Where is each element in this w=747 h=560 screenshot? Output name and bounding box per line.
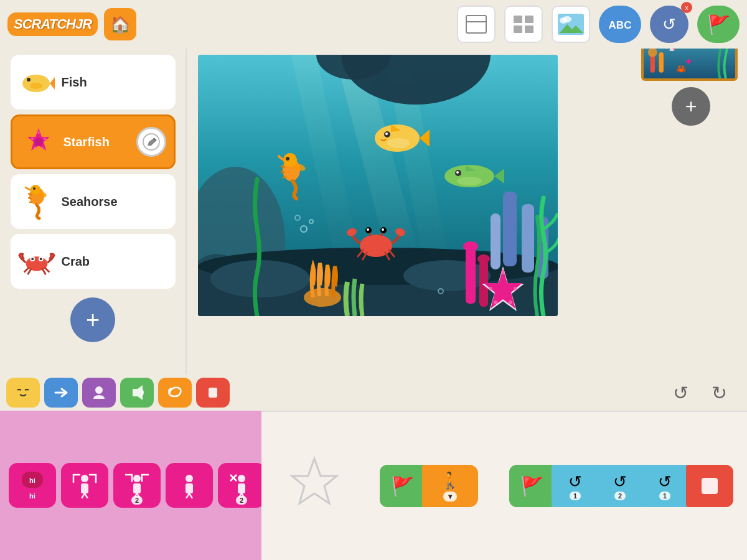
- grid-button[interactable]: [504, 6, 543, 43]
- svg-point-28: [34, 138, 43, 146]
- svg-line-46: [27, 269, 31, 275]
- bottom-undo-redo-bar: ↺ ↻: [261, 375, 747, 411]
- sprite-item-crab[interactable]: Crab: [11, 234, 176, 289]
- scratch-logo[interactable]: SCRATCHJR: [7, 12, 98, 36]
- flag1-icon: 🚩: [391, 475, 414, 497]
- svg-rect-66: [466, 248, 476, 304]
- svg-point-102: [514, 287, 517, 291]
- undo-icon: ↺: [662, 15, 676, 34]
- svg-point-79: [387, 138, 410, 148]
- svg-rect-125: [186, 483, 193, 493]
- rotate3-icon: ↺: [658, 472, 672, 492]
- flag-button[interactable]: 🚩: [697, 6, 740, 43]
- undo-button[interactable]: ↺ x: [650, 6, 688, 43]
- category-motion[interactable]: [44, 378, 78, 408]
- block-shrink[interactable]: 2: [113, 463, 161, 508]
- add-sprite-button[interactable]: +: [70, 297, 115, 342]
- svg-point-86: [360, 235, 392, 257]
- starfish-icon: [20, 123, 57, 161]
- svg-text:ABC: ABC: [609, 19, 632, 31]
- script-block-rotate3[interactable]: ↺ 1: [641, 465, 688, 507]
- svg-rect-129: [238, 483, 245, 493]
- walk-sub-label: ▾: [443, 492, 457, 502]
- svg-rect-4: [514, 26, 522, 33]
- svg-point-85: [457, 177, 482, 185]
- svg-rect-146: [552, 480, 559, 492]
- walk1-icon: 🚶: [440, 471, 460, 490]
- script-block-walk1[interactable]: 🚶 ▾: [422, 465, 478, 507]
- svg-point-43: [31, 258, 34, 260]
- svg-rect-155: [686, 480, 693, 492]
- svg-rect-152: [641, 480, 649, 492]
- svg-point-105: [489, 287, 492, 291]
- svg-point-101: [501, 271, 505, 274]
- script-redo-button[interactable]: ↻: [703, 379, 735, 406]
- svg-point-124: [186, 475, 193, 482]
- category-control[interactable]: [158, 378, 192, 408]
- stage-canvas[interactable]: [198, 55, 558, 316]
- script-block-end1[interactable]: [686, 465, 733, 507]
- svg-line-118: [82, 493, 85, 498]
- add-scene-button[interactable]: +: [672, 87, 710, 126]
- block-grow[interactable]: [61, 463, 108, 508]
- svg-marker-24: [50, 77, 55, 90]
- svg-rect-18: [659, 52, 664, 73]
- blocks-palette: hi hi 2: [0, 411, 261, 560]
- svg-point-128: [238, 475, 245, 482]
- svg-point-8: [563, 16, 571, 22]
- rotate2-icon: ↺: [613, 472, 627, 492]
- script-block-rotate1[interactable]: ↺ 1: [552, 465, 599, 507]
- svg-rect-2: [514, 16, 522, 23]
- layout-button[interactable]: [457, 6, 496, 43]
- sprite-item-starfish[interactable]: Starfish: [11, 114, 176, 169]
- svg-point-38: [33, 187, 35, 190]
- svg-point-71: [283, 153, 297, 167]
- abc-button[interactable]: ABC: [599, 6, 641, 43]
- svg-rect-142: [422, 480, 430, 492]
- top-bar: SCRATCHJR 🏠: [0, 0, 747, 49]
- sprite-item-fish[interactable]: Fish: [11, 55, 176, 110]
- shrink-badge: 2: [131, 496, 143, 505]
- svg-rect-149: [596, 480, 604, 492]
- category-looks[interactable]: [82, 378, 116, 408]
- scene-button[interactable]: [552, 6, 590, 43]
- edit-starfish-button[interactable]: [136, 127, 166, 157]
- category-trigger[interactable]: [6, 378, 40, 408]
- svg-line-127: [189, 493, 192, 498]
- svg-point-25: [27, 78, 31, 82]
- svg-point-120: [133, 475, 141, 482]
- sprite-item-seahorse[interactable]: Seahorse: [11, 174, 176, 229]
- script-block-flag1[interactable]: 🚩: [380, 465, 425, 507]
- svg-rect-156: [702, 478, 718, 494]
- svg-point-83: [456, 171, 459, 174]
- hide-badge: 2: [236, 496, 247, 505]
- svg-point-26: [30, 83, 42, 89]
- block-say-hi[interactable]: hi hi: [9, 463, 56, 508]
- category-sound[interactable]: [120, 378, 154, 408]
- home-button[interactable]: 🏠: [104, 8, 136, 40]
- svg-rect-5: [525, 26, 533, 33]
- block-show[interactable]: [166, 463, 213, 508]
- crab-icon: [18, 243, 55, 280]
- starfish-name: Starfish: [63, 135, 130, 149]
- svg-rect-113: [209, 388, 217, 398]
- svg-rect-110: [15, 386, 31, 399]
- svg-point-37: [31, 185, 40, 195]
- svg-point-29: [37, 131, 40, 134]
- add-scene-icon: +: [685, 96, 697, 116]
- script-block-flag2[interactable]: 🚩: [509, 465, 554, 507]
- svg-point-103: [509, 301, 512, 304]
- svg-rect-0: [466, 16, 486, 33]
- script-undo-button[interactable]: ↺: [665, 379, 696, 406]
- block-hide[interactable]: 2: [218, 463, 261, 508]
- script-group-2: 🚩 ↺ 1 ↺ 2: [509, 465, 733, 507]
- category-end[interactable]: [196, 378, 230, 408]
- sprite-outline-starfish: [280, 452, 349, 520]
- fish-icon: [18, 63, 55, 101]
- svg-rect-64: [491, 213, 500, 269]
- script-block-rotate2[interactable]: ↺ 2: [596, 465, 644, 507]
- svg-rect-117: [81, 483, 88, 493]
- crab-name: Crab: [62, 254, 168, 269]
- category-row: [0, 375, 261, 411]
- svg-point-91: [367, 228, 369, 231]
